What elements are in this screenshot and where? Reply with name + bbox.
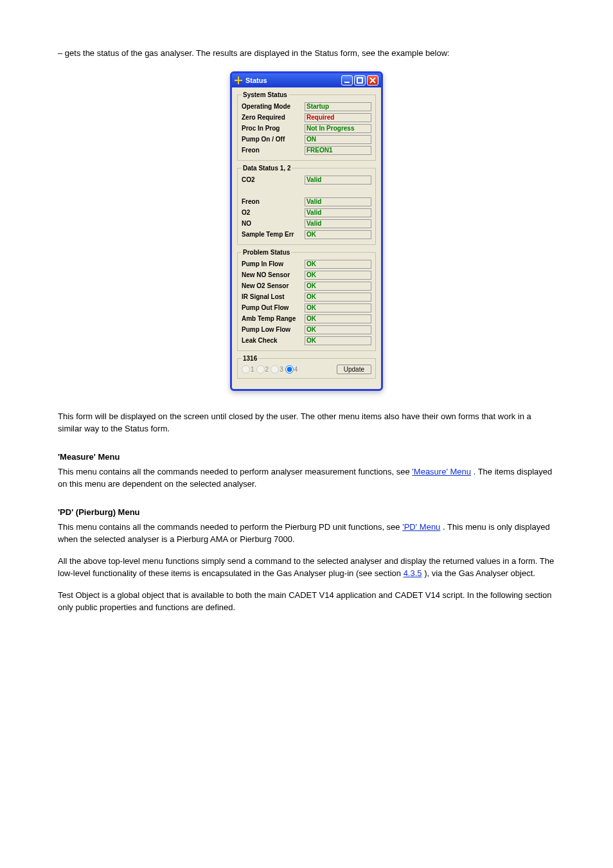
status-row: Operating ModeStartup	[242, 102, 371, 112]
status-label: Freon	[242, 198, 305, 205]
status-value: OK	[305, 293, 371, 302]
link-measure-menu[interactable]: 'Measure' Menu	[412, 467, 471, 476]
status-row: Leak CheckOK	[242, 336, 371, 346]
intro-paragraph: – gets the status of the gas analyser. T…	[58, 47, 555, 60]
status-row: Pump In FlowOK	[242, 259, 371, 269]
status-value: Required	[305, 113, 371, 122]
radio-option[interactable]: 4	[285, 365, 298, 374]
status-label: O2	[242, 209, 305, 216]
status-label: Pump In Flow	[242, 260, 305, 267]
status-row: New O2 SensorOK	[242, 281, 371, 291]
status-label: Operating Mode	[242, 103, 305, 110]
group-legend: System Status	[242, 91, 289, 98]
group-2: Problem StatusPump In FlowOKNew NO Senso…	[237, 249, 376, 351]
group-1316-legend: 1316	[242, 355, 258, 362]
radio-input[interactable]	[242, 365, 250, 374]
status-value: OK	[305, 325, 371, 334]
pd-paragraph: This menu contains all the commands need…	[58, 521, 555, 546]
status-row: FreonFREON1	[242, 145, 371, 156]
status-row: CO2Valid	[242, 175, 371, 185]
radio-option[interactable]: 3	[271, 365, 283, 374]
group-1: Data Status 1, 2CO2ValidFreonValidO2Vali…	[237, 165, 376, 245]
status-value: Not In Progress	[305, 124, 371, 133]
status-value: ON	[305, 135, 371, 144]
status-label: Pump On / Off	[242, 136, 305, 143]
link-section-435[interactable]: 4.3.5	[404, 568, 422, 578]
status-label: NO	[242, 220, 305, 227]
status-value: OK	[305, 303, 371, 312]
status-row: Pump On / OffON	[242, 134, 371, 145]
status-label: Freon	[242, 147, 305, 154]
status-row: Amb Temp RangeOK	[242, 314, 371, 324]
status-row: Proc In ProgNot In Progress	[242, 123, 371, 134]
status-row: NOValid	[242, 219, 371, 229]
radio-option[interactable]: 1	[242, 365, 254, 374]
status-value: OK	[305, 271, 371, 280]
status-value: OK	[305, 230, 371, 239]
status-label: New NO Sensor	[242, 271, 305, 278]
heading-measure: 'Measure' Menu	[58, 452, 555, 462]
status-value: Startup	[305, 102, 371, 111]
status-label: Amb Temp Range	[242, 315, 305, 322]
status-label: Zero Required	[242, 114, 305, 121]
close-button[interactable]	[367, 75, 378, 86]
minimize-button[interactable]	[341, 75, 353, 86]
status-value: Valid	[305, 176, 371, 185]
info-text-2: ), via the Gas Analyser object.	[424, 568, 535, 578]
status-label: New O2 Sensor	[242, 282, 305, 289]
group-legend: Data Status 1, 2	[242, 165, 292, 172]
heading-pd: 'PD' (Pierburg) Menu	[58, 507, 555, 517]
group-0: System StatusOperating ModeStartupZero R…	[237, 91, 376, 161]
measure-paragraph: This menu contains all the commands need…	[58, 466, 555, 491]
radio-input[interactable]	[271, 365, 279, 374]
info-paragraph: All the above top-level menu functions s…	[58, 555, 555, 580]
radio-label: 3	[280, 366, 283, 373]
group-legend: Problem Status	[242, 249, 291, 256]
window-title: Status	[245, 77, 340, 84]
status-value: Valid	[305, 219, 371, 228]
status-row: IR Signal LostOK	[242, 292, 371, 302]
svg-rect-1	[357, 78, 362, 83]
radio-option[interactable]: 2	[256, 365, 269, 374]
status-value: FREON1	[305, 146, 371, 155]
status-row: Pump Out FlowOK	[242, 303, 371, 313]
radio-input[interactable]	[285, 365, 294, 374]
status-value: OK	[305, 260, 371, 269]
status-row: Zero RequiredRequired	[242, 113, 371, 123]
update-button[interactable]: Update	[337, 365, 371, 374]
below-window-paragraph: This form will be displayed on the scree…	[58, 410, 555, 435]
status-value: Valid	[305, 208, 371, 217]
radio-label: 2	[265, 366, 269, 373]
titlebar: Status	[232, 73, 381, 87]
status-row: Pump Low FlowOK	[242, 325, 371, 335]
status-label: IR Signal Lost	[242, 293, 305, 300]
status-label: Leak Check	[242, 337, 305, 344]
status-value: Valid	[305, 197, 371, 206]
status-label: Pump Out Flow	[242, 304, 305, 311]
pd-text-1: This menu contains all the commands need…	[58, 522, 402, 532]
app-icon	[235, 77, 242, 84]
group-1316: 1316 1234Update	[237, 355, 376, 379]
radio-input[interactable]	[256, 365, 265, 374]
status-value: OK	[305, 336, 371, 345]
status-label: CO2	[242, 176, 305, 183]
status-row: Sample Temp ErrOK	[242, 230, 371, 240]
status-row	[242, 186, 371, 196]
status-row: FreonValid	[242, 197, 371, 207]
window-body: System StatusOperating ModeStartupZero R…	[232, 87, 381, 389]
status-window: Status System StatusOperating ModeStartu…	[230, 71, 383, 391]
status-value: OK	[305, 282, 371, 291]
link-pd-menu[interactable]: 'PD' Menu	[402, 522, 440, 532]
status-row: O2Valid	[242, 208, 371, 218]
status-value: OK	[305, 314, 371, 323]
testobj-paragraph: Test Object is a global object that is a…	[58, 589, 555, 614]
maximize-button[interactable]	[354, 75, 366, 86]
status-row: New NO SensorOK	[242, 270, 371, 280]
status-label: Pump Low Flow	[242, 326, 305, 333]
status-label: Proc In Prog	[242, 125, 305, 132]
measure-intro: This menu contains all the commands need…	[58, 467, 412, 476]
status-label: Sample Temp Err	[242, 231, 305, 238]
radio-label: 1	[251, 366, 254, 373]
radio-label: 4	[294, 366, 298, 373]
